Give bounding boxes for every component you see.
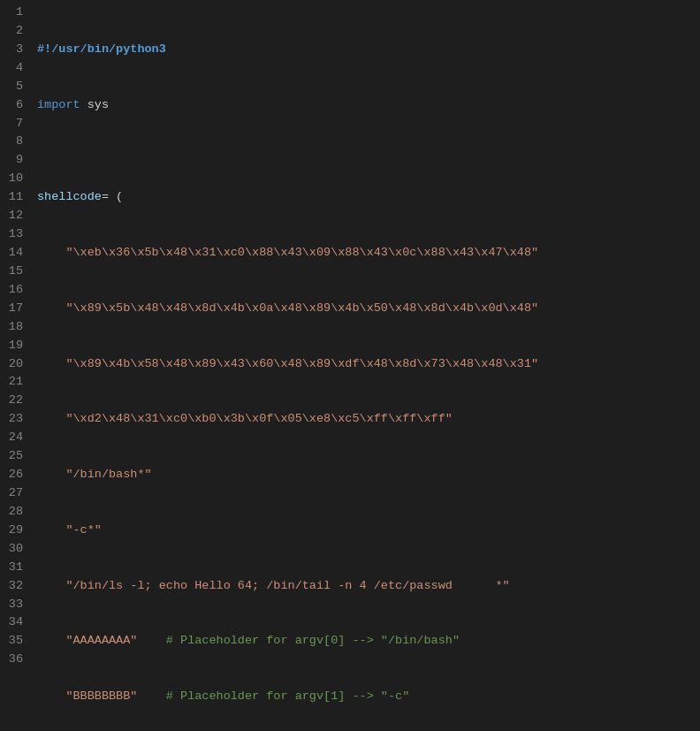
ln-27: 27 [5, 484, 23, 503]
line-numbers: 1 2 3 4 5 6 7 8 9 10 11 12 13 14 15 16 1… [0, 0, 30, 731]
ln-23: 23 [5, 410, 23, 429]
ln-2: 2 [5, 22, 23, 41]
ln-4: 4 [5, 59, 23, 78]
ln-12: 12 [5, 207, 23, 225]
ln-18: 18 [5, 318, 23, 337]
code-line-2: import sys [37, 96, 700, 115]
ln-7: 7 [5, 115, 23, 133]
code-line-10: "-c*" [37, 522, 700, 540]
code-line-1: #!/usr/bin/python3 [37, 41, 700, 59]
ln-33: 33 [5, 596, 23, 614]
code-line-11: "/bin/ls -l; echo Hello 64; /bin/tail -n… [37, 577, 700, 596]
ln-10: 10 [5, 170, 23, 188]
ln-13: 13 [5, 225, 23, 244]
ln-30: 30 [5, 540, 23, 559]
ln-15: 15 [5, 263, 23, 281]
ln-11: 11 [5, 188, 23, 207]
ln-26: 26 [5, 466, 23, 484]
ln-28: 28 [5, 503, 23, 522]
ln-8: 8 [5, 133, 23, 151]
code-body: #!/usr/bin/python3 import sys shellcode=… [30, 0, 700, 731]
ln-21: 21 [5, 373, 23, 392]
ln-34: 34 [5, 613, 23, 632]
ln-25: 25 [5, 447, 23, 466]
ln-16: 16 [5, 281, 23, 300]
ln-22: 22 [5, 392, 23, 410]
ln-6: 6 [5, 96, 23, 115]
ln-14: 14 [5, 244, 23, 263]
ln-20: 20 [5, 355, 23, 374]
ln-29: 29 [5, 522, 23, 540]
ln-32: 32 [5, 577, 23, 596]
code-line-9: "/bin/bash*" [37, 466, 700, 484]
code-line-8: "\xd2\x48\x31\xc0\xb0\x3b\x0f\x05\xe8\xc… [37, 410, 700, 429]
code-line-7: "\x89\x4b\x58\x48\x89\x43\x60\x48\x89\xd… [37, 355, 700, 374]
ln-24: 24 [5, 429, 23, 447]
ln-9: 9 [5, 151, 23, 170]
ln-36: 36 [5, 651, 23, 669]
code-line-12: "AAAAAAAA" # Placeholder for argv[0] -->… [37, 632, 700, 651]
code-line-6: "\x89\x5b\x48\x48\x8d\x4b\x0a\x48\x89\x4… [37, 300, 700, 318]
ln-19: 19 [5, 337, 23, 355]
ln-3: 3 [5, 41, 23, 59]
code-line-4: shellcode= ( [37, 188, 700, 207]
code-editor: 1 2 3 4 5 6 7 8 9 10 11 12 13 14 15 16 1… [0, 0, 700, 731]
code-line-13: "BBBBBBBB" # Placeholder for argv[1] -->… [37, 688, 700, 706]
ln-1: 1 [5, 4, 23, 22]
ln-35: 35 [5, 632, 23, 651]
ln-5: 5 [5, 78, 23, 96]
ln-31: 31 [5, 559, 23, 577]
code-line-5: "\xeb\x36\x5b\x48\x31\xc0\x88\x43\x09\x8… [37, 244, 700, 263]
ln-17: 17 [5, 300, 23, 318]
